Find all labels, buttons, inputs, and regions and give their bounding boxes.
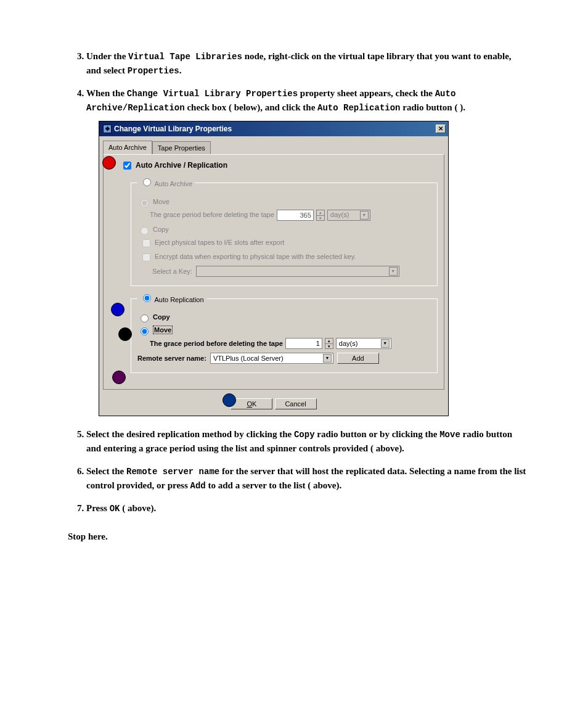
callout-dot-blue (111, 303, 125, 316)
chevron-down-icon: ▼ (389, 267, 398, 276)
radio-archive-move[interactable] (141, 199, 149, 207)
dialog-change-virtual-library-properties: ◆ Change Virtual Library Properties ✕ Au… (99, 121, 449, 416)
spinner-down-icon[interactable]: ▼ (317, 216, 324, 221)
legend-auto-archive[interactable]: Auto Archive (137, 176, 195, 189)
tab-tape-properties[interactable]: Tape Properties (152, 141, 211, 155)
callout-dot-purple (112, 371, 126, 384)
main-check-label: Auto Archive / Replication (136, 161, 227, 170)
radio-auto-archive[interactable] (143, 178, 151, 186)
key-row: Select a Key: ▼ (152, 266, 431, 277)
key-label: Select a Key: (152, 266, 192, 277)
repl-grace-spinner[interactable]: ▲▼ (325, 338, 333, 349)
archive-grace-spinner[interactable]: ▲▼ (316, 210, 325, 221)
repl-grace-input[interactable] (285, 338, 322, 349)
callout-dot-black (118, 327, 132, 341)
dialog-icon: ◆ (103, 125, 112, 133)
checkbox-auto-archive-replication[interactable] (123, 162, 131, 170)
archive-grace-row: The grace period before deleting the tap… (150, 210, 431, 221)
ok-button[interactable]: OK (231, 398, 272, 409)
repl-unit-combo[interactable]: day(s)▼ (336, 338, 391, 349)
spinner-down-icon[interactable]: ▼ (325, 344, 333, 349)
remote-server-row: Remote server name: VTLPlus (Local Serve… (137, 353, 431, 364)
radio-auto-replication[interactable] (143, 294, 151, 302)
radio-archive-copy[interactable] (141, 227, 149, 235)
radio-repl-move[interactable] (141, 327, 149, 335)
key-combo[interactable]: ▼ (196, 266, 399, 277)
spinner-up-icon[interactable]: ▲ (317, 210, 324, 216)
instruction-list: Under the Virtual Tape Libraries node, r… (62, 49, 526, 515)
checkbox-eject[interactable] (142, 239, 150, 247)
cancel-button[interactable]: Cancel (275, 398, 317, 409)
tab-auto-archive[interactable]: Auto Archive (103, 141, 152, 155)
legend-auto-replication[interactable]: Auto Replication (137, 292, 206, 305)
group-auto-replication: Auto Replication Copy Move The grace per… (131, 292, 438, 374)
step-3: Under the Virtual Tape Libraries node, r… (86, 49, 526, 78)
eject-check-row: Eject physical tapes to I/E slots after … (140, 237, 431, 249)
add-button[interactable]: Add (337, 353, 379, 364)
dialog-titlebar: ◆ Change Virtual Library Properties ✕ (99, 121, 448, 136)
chevron-down-icon: ▼ (381, 339, 390, 348)
step-4: When the Change Virtual Library Properti… (86, 86, 526, 416)
repl-move-row: Move (137, 325, 431, 335)
encrypt-check-row: Encrypt data when exporting to physical … (140, 252, 431, 263)
archive-unit-combo[interactable]: day(s)▼ (327, 210, 370, 221)
repl-copy-row: Copy (137, 312, 431, 322)
main-check-row[interactable]: Auto Archive / Replication (121, 160, 227, 172)
tabs-row: Auto ArchiveTape Properties (99, 136, 448, 154)
dialog-title: Change Virtual Library Properties (114, 123, 436, 134)
checkbox-encrypt[interactable] (142, 253, 150, 261)
tab-body: Auto Archive / Replication Auto Archive … (103, 154, 444, 390)
step-6: Select the Remote server name for the se… (86, 464, 526, 493)
spinner-up-icon[interactable]: ▲ (325, 339, 333, 344)
chevron-down-icon: ▼ (323, 354, 332, 363)
callout-dot-red (102, 156, 116, 170)
remote-label: Remote server name: (137, 353, 206, 364)
archive-grace-input[interactable] (277, 210, 314, 221)
repl-grace-label: The grace period before deleting the tap… (150, 339, 283, 349)
radio-repl-copy[interactable] (141, 314, 149, 322)
close-icon[interactable]: ✕ (436, 125, 446, 133)
radio-row-move: Move (137, 197, 431, 207)
stop-here: Stop here. (68, 532, 526, 542)
remote-server-combo[interactable]: VTLPlus (Local Server)▼ (210, 353, 333, 364)
step-5: Select the desired replication method by… (86, 427, 526, 456)
group-auto-archive: Auto Archive Move The grace period befor… (131, 176, 438, 286)
chevron-down-icon: ▼ (360, 211, 369, 220)
archive-grace-label: The grace period before deleting the tap… (150, 210, 274, 220)
step-7: Press OK ( above). (86, 501, 526, 515)
dialog-buttons: OK Cancel (99, 393, 448, 416)
repl-grace-row: The grace period before deleting the tap… (150, 338, 431, 349)
radio-row-copy: Copy (137, 224, 431, 235)
